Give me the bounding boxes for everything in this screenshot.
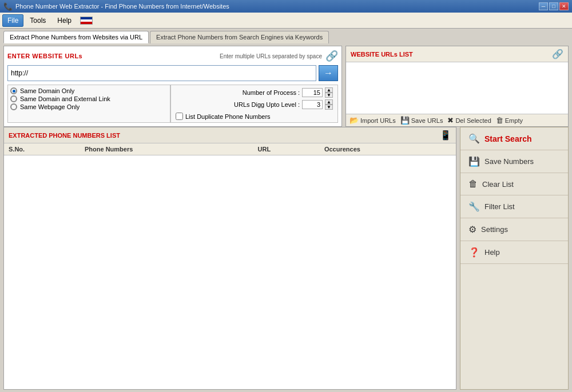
action-panel: 🔍 Start Search 💾 Save Numbers 🗑 Clear Li… [460,127,569,390]
language-flag [80,17,93,25]
save-urls-label: Save URLs [411,117,443,124]
close-button[interactable]: ✕ [559,2,569,10]
app-icon: 📞 [3,2,13,11]
tab-strip: Extract Phone Numbers from Websites via … [0,29,572,43]
urls-digg-down[interactable]: ▼ [325,105,333,110]
save-numbers-icon: 💾 [468,156,480,167]
urls-digg-row: URLs Digg Upto Level : ▲ ▼ [176,99,333,110]
url-section-header: ENTER WEBSITE URLs Enter multiple URLs s… [7,50,338,62]
del-label: Del Selected [455,117,491,124]
filter-list-button[interactable]: 🔧 Filter List [460,195,568,218]
clear-list-button[interactable]: 🗑 Clear List [460,173,568,195]
radio-dot-same-page [10,103,17,110]
search-icon: 🔍 [468,133,480,144]
del-selected-button[interactable]: ✖ Del Selected [447,116,491,125]
col-occ: Occurences [320,143,456,155]
list-dup-label: List Duplicate Phone Numbers [185,113,271,120]
url-list-section: WEBSITE URLs LIST 🔗 📂 Import URLs 💾 Save… [345,46,569,127]
empty-button[interactable]: 🗑 Empty [496,116,523,125]
urls-digg-up[interactable]: ▲ [325,99,333,105]
window-title: Phone Number Web Extractor - Find Phone … [15,3,539,10]
help-button[interactable]: ❓ Help [460,241,568,264]
clear-list-icon: 🗑 [468,179,478,189]
url-input[interactable] [7,65,316,81]
num-process-spinner: ▲ ▼ [325,87,333,98]
menu-file[interactable]: File [2,14,23,27]
extracted-header: EXTRACTED PHONE NUMBERS LIST 📱 [4,127,456,143]
urls-digg-spinner: ▲ ▼ [325,99,333,110]
maximize-button[interactable]: □ [549,2,558,10]
start-search-button[interactable]: 🔍 Start Search [460,127,568,150]
empty-label: Empty [505,117,523,124]
link-icon: 🔗 [325,50,338,62]
tab-url[interactable]: Extract Phone Numbers from Websites via … [3,31,149,43]
import-icon: 📂 [349,116,359,125]
empty-icon: 🗑 [496,116,503,125]
num-process-down[interactable]: ▼ [325,93,333,98]
radio-same-page[interactable]: Same Webpage Only [10,103,168,110]
col-url: URL [253,143,320,155]
full-content: ENTER WEBSITE URLs Enter multiple URLs s… [0,43,572,392]
url-list-title: WEBSITE URLs LIST [351,51,413,58]
help-icon: ❓ [468,247,480,258]
filter-list-icon: 🔧 [468,201,480,212]
radio-dot-ext-link [10,95,17,102]
urls-digg-input[interactable] [302,100,323,109]
urls-digg-label: URLs Digg Upto Level : [234,101,300,108]
settings-icon: ⚙ [468,224,476,235]
import-label: Import URLs [360,117,396,124]
url-input-section: ENTER WEBSITE URLs Enter multiple URLs s… [3,46,342,127]
start-search-label: Start Search [484,134,531,143]
radio-same-domain[interactable]: Same Domain Only [10,87,168,94]
go-button[interactable]: → [319,65,338,81]
extracted-table: S.No. Phone Numbers URL Occurences [4,143,456,155]
bottom-area: EXTRACTED PHONE NUMBERS LIST 📱 S.No. Pho… [0,127,572,392]
main-wrapper: Extract Phone Numbers from Websites via … [0,29,572,392]
minimize-button[interactable]: ─ [539,2,548,10]
url-list-header: WEBSITE URLs LIST 🔗 [346,46,568,62]
extracted-section: EXTRACTED PHONE NUMBERS LIST 📱 S.No. Pho… [3,127,456,390]
url-helper-text: Enter multiple URLs separated by space [220,53,322,59]
settings-button[interactable]: ⚙ Settings [460,218,568,241]
settings-label: Settings [481,225,508,234]
save-numbers-button[interactable]: 💾 Save Numbers [460,150,568,173]
save-numbers-label: Save Numbers [484,157,534,166]
title-bar: 📞 Phone Number Web Extractor - Find Phon… [0,0,572,13]
menu-bar: File Tools Help [0,13,572,29]
url-input-row: → [7,65,338,81]
save-urls-icon: 💾 [400,116,410,125]
col-phone: Phone Numbers [80,143,253,155]
left-top-panel: ENTER WEBSITE URLs Enter multiple URLs s… [3,46,342,127]
radio-ext-link[interactable]: Same Domain and External Link [10,95,168,102]
url-list-toolbar: 📂 Import URLs 💾 Save URLs ✖ Del Selected… [346,114,568,126]
del-icon: ✖ [447,116,454,125]
list-dup-checkbox[interactable] [176,113,183,120]
window-controls: ─ □ ✕ [539,2,569,10]
import-urls-button[interactable]: 📂 Import URLs [349,116,396,125]
num-process-label: Number of Process : [243,89,300,96]
options-row: Same Domain Only Same Domain and Externa… [7,85,338,123]
radio-group: Same Domain Only Same Domain and Externa… [7,85,170,123]
process-group: Number of Process : ▲ ▼ URLs Digg Upto L… [170,85,338,123]
help-label: Help [484,248,500,257]
filter-list-label: Filter List [484,202,515,211]
radio-dot-same-domain [10,87,17,94]
menu-tools[interactable]: Tools [25,14,51,27]
url-section-title: ENTER WEBSITE URLs [7,53,82,59]
url-list-body [346,62,568,114]
menu-help[interactable]: Help [52,14,77,27]
phone-icon: 📱 [440,130,451,141]
clear-list-label: Clear List [482,180,514,189]
url-list-icon: 🔗 [552,49,563,59]
top-area: ENTER WEBSITE URLs Enter multiple URLs s… [0,43,572,127]
save-urls-button[interactable]: 💾 Save URLs [400,116,443,125]
num-process-up[interactable]: ▲ [325,87,333,93]
num-process-row: Number of Process : ▲ ▼ [176,87,333,98]
list-dup-row: List Duplicate Phone Numbers [176,113,333,120]
num-process-input[interactable] [302,88,323,97]
col-sno: S.No. [4,143,80,155]
extracted-title: EXTRACTED PHONE NUMBERS LIST [9,132,120,139]
tab-search[interactable]: Extract Phone Numbers from Search Engine… [150,31,329,43]
